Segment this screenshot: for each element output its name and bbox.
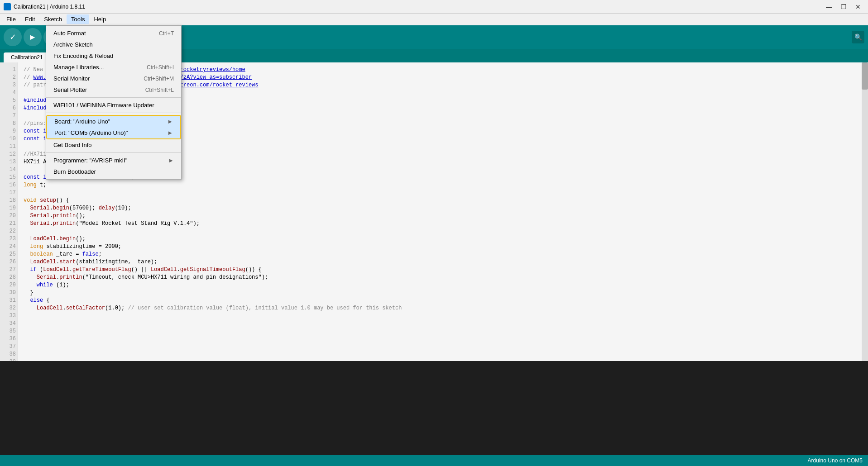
- scrollbar-thumb[interactable]: [862, 62, 868, 90]
- tools-dropdown: Auto Format Ctrl+T Archive Sketch Fix En…: [46, 25, 182, 180]
- close-button[interactable]: ✕: [852, 0, 864, 13]
- code-line: [24, 228, 863, 235]
- menu-auto-format-shortcut: Ctrl+T: [159, 30, 174, 37]
- menu-manage-libraries-shortcut: Ctrl+Shift+I: [147, 64, 174, 71]
- statusbar-text: Arduino Uno on COM5: [808, 457, 863, 464]
- line-numbers: 12345 678910 1112131415 1617181920 21222…: [0, 62, 18, 361]
- code-line: while (1);: [24, 281, 863, 289]
- code-line: [24, 189, 863, 197]
- separator-2: [46, 113, 181, 113]
- titlebar: Calibration21 | Arduino 1.8.11 — ❐ ✕: [0, 0, 868, 14]
- code-line: Serial.println();: [24, 212, 863, 220]
- menu-sketch[interactable]: Sketch: [39, 14, 67, 24]
- maximize-button[interactable]: ❐: [837, 0, 850, 13]
- menu-archive-sketch[interactable]: Archive Sketch: [46, 39, 181, 50]
- upload-button[interactable]: ►: [24, 28, 42, 46]
- menu-serial-plotter-label: Serial Plotter: [53, 86, 87, 93]
- menu-get-board-info-label: Get Board Info: [53, 142, 92, 148]
- menu-serial-plotter-shortcut: Ctrl+Shift+L: [145, 87, 174, 93]
- code-line: else {: [24, 297, 863, 304]
- app-icon: [4, 3, 11, 10]
- minimize-button[interactable]: —: [823, 0, 835, 13]
- menubar: File Edit Sketch Tools Help: [0, 14, 868, 25]
- menu-help[interactable]: Help: [89, 14, 110, 24]
- menu-wifi101[interactable]: WiFi101 / WiFiNINA Firmware Updater: [46, 100, 181, 111]
- menu-programmer-label: Programmer: "AVRISP mkII": [53, 157, 127, 164]
- separator-1: [46, 97, 181, 98]
- port-arrow-icon: ►: [167, 129, 173, 136]
- menu-board[interactable]: Board: "Arduino Uno" ►: [47, 116, 180, 127]
- serial-monitor-icon: 🔍: [852, 31, 864, 43]
- menu-tools[interactable]: Tools: [67, 14, 89, 24]
- menu-edit[interactable]: Edit: [20, 14, 39, 24]
- code-line: Serial.println("Timeout, check MCU>HX711…: [24, 274, 863, 281]
- code-line: LoadCell.begin();: [24, 235, 863, 243]
- menu-burn-bootloader[interactable]: Burn Bootloader: [46, 166, 181, 177]
- menu-manage-libraries-label: Manage Libraries...: [53, 64, 104, 71]
- code-line: void setup() {: [24, 197, 863, 204]
- menu-archive-sketch-label: Archive Sketch: [53, 41, 93, 48]
- output-area: [0, 419, 868, 455]
- menu-port-label: Port: "COM5 (Arduino Uno)": [54, 129, 128, 136]
- menu-auto-format-label: Auto Format: [53, 30, 86, 37]
- separator-3: [46, 152, 181, 153]
- code-line: long t;: [24, 181, 863, 189]
- menu-serial-monitor-label: Serial Monitor: [53, 75, 90, 82]
- titlebar-left: Calibration21 | Arduino 1.8.11: [4, 3, 85, 10]
- board-port-highlight: Board: "Arduino Uno" ► Port: "COM5 (Ardu…: [46, 115, 181, 139]
- menu-file[interactable]: File: [2, 14, 20, 24]
- menu-programmer[interactable]: Programmer: "AVRISP mkII" ►: [46, 155, 181, 166]
- code-line: boolean _tare = false;: [24, 251, 863, 258]
- menu-manage-libraries[interactable]: Manage Libraries... Ctrl+Shift+I: [46, 62, 181, 73]
- tab-calibration21[interactable]: Calibration21: [4, 52, 50, 62]
- menu-serial-plotter[interactable]: Serial Plotter Ctrl+Shift+L: [46, 84, 181, 95]
- verify-button[interactable]: ✓: [4, 28, 22, 46]
- code-line: LoadCell.setCalFactor(1.0); // user set …: [24, 304, 863, 312]
- programmer-arrow-icon: ►: [168, 157, 174, 164]
- titlebar-controls: — ❐ ✕: [823, 0, 864, 13]
- menu-serial-monitor[interactable]: Serial Monitor Ctrl+Shift+M: [46, 73, 181, 84]
- menu-auto-format[interactable]: Auto Format Ctrl+T: [46, 28, 181, 39]
- menu-wifi101-label: WiFi101 / WiFiNINA Firmware Updater: [53, 102, 154, 109]
- menu-fix-encoding-label: Fix Encoding & Reload: [53, 52, 113, 59]
- vertical-scrollbar[interactable]: [862, 62, 868, 361]
- board-arrow-icon: ►: [167, 118, 173, 125]
- code-line: }: [24, 289, 863, 297]
- menu-burn-bootloader-label: Burn Bootloader: [53, 168, 96, 175]
- menu-serial-monitor-shortcut: Ctrl+Shift+M: [144, 76, 174, 82]
- code-line: LoadCell.start(stabilizingtime, _tare);: [24, 258, 863, 266]
- statusbar: Arduino Uno on COM5: [0, 455, 868, 466]
- code-line: Serial.println("Model Rocket Test Stand …: [24, 220, 863, 228]
- menu-get-board-info[interactable]: Get Board Info: [46, 139, 181, 151]
- menu-port[interactable]: Port: "COM5 (Arduino Uno)" ►: [47, 127, 180, 138]
- code-line: long stabilizingtime = 2000;: [24, 243, 863, 251]
- code-line: Serial.begin(57600); delay(10);: [24, 204, 863, 212]
- menu-board-label: Board: "Arduino Uno": [54, 118, 110, 125]
- titlebar-title: Calibration21 | Arduino 1.8.11: [14, 4, 85, 10]
- code-line: if (LoadCell.getTareTimeoutFlag() || Loa…: [24, 266, 863, 274]
- menu-fix-encoding[interactable]: Fix Encoding & Reload: [46, 50, 181, 62]
